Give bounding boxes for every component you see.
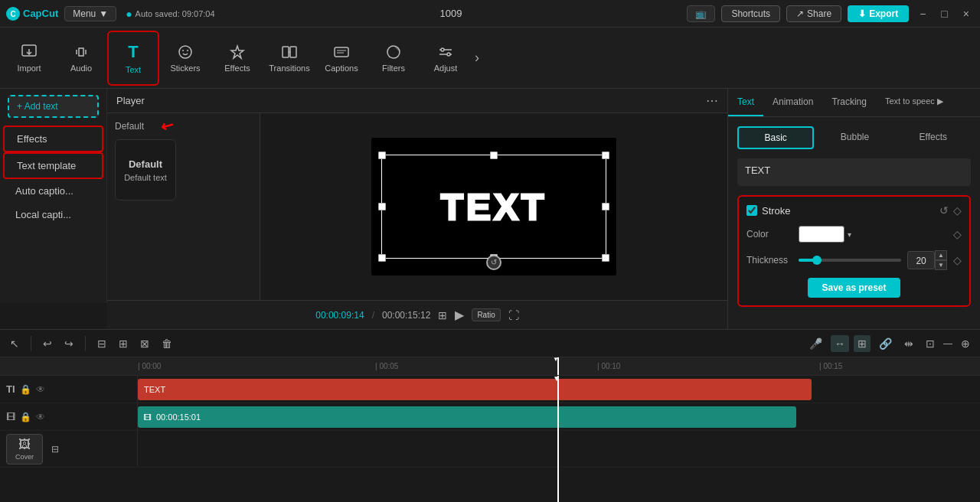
fullscreen-button[interactable]: ⛶ xyxy=(508,309,519,321)
handle-mr[interactable] xyxy=(602,203,609,210)
color-diamond-button[interactable]: ◇ xyxy=(953,228,962,240)
shortcuts-button[interactable]: Shortcuts xyxy=(721,5,780,22)
handle-bl[interactable] xyxy=(378,254,386,262)
handle-tr[interactable] xyxy=(602,152,609,159)
play-button[interactable]: ▶ xyxy=(455,308,464,322)
cover-export-button[interactable]: ⊟ xyxy=(47,442,63,457)
menu-button[interactable]: Menu ▼ xyxy=(64,6,116,21)
player-controls: 00:00:09:14 / 00:00:15:12 ⊞ ▶ Ratio ⛶ xyxy=(107,300,727,329)
tab-tracking[interactable]: Tracking xyxy=(822,89,876,116)
default-text-card[interactable]: Default Default text xyxy=(115,139,176,200)
sidebar-item-text-template[interactable]: Text template xyxy=(3,152,103,179)
tool-audio-label: Audio xyxy=(70,64,92,73)
screen-button[interactable]: 📺 xyxy=(687,5,715,22)
tab-text[interactable]: Text xyxy=(728,89,763,116)
thickness-slider[interactable] xyxy=(799,253,901,268)
tl-right-controls: 🎤 ↔ ⊞ 🔗 ⇹ ⊡ — ⊕ xyxy=(805,335,974,352)
sub-tab-basic[interactable]: Basic xyxy=(737,126,814,149)
cover-button[interactable]: 🖼 Cover xyxy=(6,434,43,465)
tool-adjust[interactable]: Adjust xyxy=(420,31,472,86)
time-separator: / xyxy=(372,310,374,321)
track-text-eye[interactable]: 👁 xyxy=(36,384,45,395)
export-button[interactable]: ⬇ Export xyxy=(848,5,909,22)
add-text-button[interactable]: + Add text xyxy=(8,95,99,118)
trim-left-button[interactable]: ⊞ xyxy=(115,335,132,352)
handle-br[interactable] xyxy=(602,254,609,262)
tab-text-to-speech[interactable]: Text to speec ▶ xyxy=(876,89,952,116)
track-video-lock[interactable]: 🔒 xyxy=(20,412,31,422)
thumbnail-button[interactable]: ⊡ xyxy=(922,335,939,352)
tool-text[interactable]: T Text xyxy=(107,31,159,86)
track-text-lock[interactable]: 🔒 xyxy=(20,384,31,395)
thickness-value: 20 xyxy=(907,251,935,269)
rotate-handle[interactable]: ↺ xyxy=(486,255,501,270)
thickness-decrement[interactable]: ▼ xyxy=(935,260,947,270)
svg-rect-9 xyxy=(290,47,296,57)
sub-tab-effects[interactable]: Effects xyxy=(896,126,971,149)
grid-view-button[interactable]: ⊞ xyxy=(438,309,447,321)
tool-transitions[interactable]: Transitions xyxy=(263,31,315,86)
player-menu-icon[interactable]: ⋯ xyxy=(706,93,718,108)
redo-button[interactable]: ↪ xyxy=(60,335,77,352)
section-default-label: Default xyxy=(115,121,252,132)
thickness-increment[interactable]: ▲ xyxy=(935,250,947,260)
text-content-panel: Default ↙ Default Default text xyxy=(107,113,260,300)
video-clip[interactable]: 🎞 00:00:15:01 xyxy=(138,406,796,428)
undo-button[interactable]: ↩ xyxy=(39,335,56,352)
zoom-in-button[interactable]: ⊕ xyxy=(957,335,974,352)
tool-filters[interactable]: Filters xyxy=(368,31,420,86)
trim-right-button[interactable]: ⊠ xyxy=(136,335,153,352)
tab-animation[interactable]: Animation xyxy=(763,89,822,116)
svg-rect-11 xyxy=(335,47,348,57)
handle-tl[interactable] xyxy=(378,152,386,159)
cover-label: Cover xyxy=(15,453,34,461)
svg-point-5 xyxy=(182,50,184,51)
tool-stickers[interactable]: Stickers xyxy=(159,31,211,86)
sidebar-item-auto-caption[interactable]: Auto captio... xyxy=(3,179,103,203)
total-time: 00:00:15:12 xyxy=(382,310,430,321)
grid-button[interactable]: ⊞ xyxy=(854,335,871,352)
track-video-icon: 🎞 xyxy=(6,412,15,422)
color-dropdown-arrow[interactable]: ▾ xyxy=(848,230,851,239)
right-panel: Text Animation Tracking Text to speec ▶ … xyxy=(727,89,980,329)
close-button[interactable]: × xyxy=(959,8,974,20)
stroke-section: Stroke ↺ ◇ Color ▾ ◇ Thickness xyxy=(737,195,971,307)
sidebar-item-local-caption[interactable]: Local capti... xyxy=(3,203,103,227)
link-button[interactable]: 🔗 xyxy=(875,335,896,352)
text-clip[interactable]: TEXT xyxy=(138,379,812,400)
ruler-mark-3: | 00:15 xyxy=(819,362,842,370)
swap-button[interactable]: ⇹ xyxy=(900,335,917,352)
sub-tab-bubble[interactable]: Bubble xyxy=(817,126,892,149)
maximize-button[interactable]: □ xyxy=(936,8,952,20)
sidebar-item-effects[interactable]: Effects xyxy=(3,126,103,152)
tool-audio[interactable]: Audio xyxy=(55,31,107,86)
autosave-status: ● Auto saved: 09:07:04 xyxy=(126,8,214,20)
split-button[interactable]: ⊟ xyxy=(93,335,110,352)
ratio-button[interactable]: Ratio xyxy=(472,308,500,321)
left-panel: + Add text Effects Text template Auto ca… xyxy=(0,89,107,303)
tool-captions[interactable]: Captions xyxy=(315,31,368,86)
save-preset-button[interactable]: Save as preset xyxy=(808,278,900,298)
text-content-display[interactable]: TEXT xyxy=(737,158,971,186)
delete-button[interactable]: 🗑 xyxy=(158,335,176,352)
thickness-diamond-button[interactable]: ◇ xyxy=(953,254,962,266)
track-video-eye[interactable]: 👁 xyxy=(36,412,45,422)
default-text-label: Default text xyxy=(124,173,167,182)
stroke-checkbox[interactable] xyxy=(746,205,757,216)
stroke-diamond-header-button[interactable]: ◇ xyxy=(953,204,962,217)
mic-button[interactable]: 🎤 xyxy=(805,335,826,352)
stroke-reset-button[interactable]: ↺ xyxy=(939,204,949,217)
minimize-button[interactable]: − xyxy=(915,8,930,20)
track-row-cover: 🖼 Cover ⊟ xyxy=(0,431,980,468)
svg-rect-8 xyxy=(283,47,289,57)
timeline-tracks: TI 🔒 👁 TEXT 🎞 🔒 👁 🎞 00:00:15:01 xyxy=(0,376,980,502)
toolbar-more-icon[interactable]: › xyxy=(472,50,482,66)
tool-import[interactable]: Import xyxy=(3,31,55,86)
share-button[interactable]: ↗ Share xyxy=(786,5,841,22)
handle-tm[interactable] xyxy=(490,152,498,159)
handle-ml[interactable] xyxy=(378,203,386,210)
magnet-button[interactable]: ↔ xyxy=(831,335,849,352)
cursor-tool[interactable]: ↖ xyxy=(6,335,23,352)
tool-effects[interactable]: Effects xyxy=(211,31,263,86)
color-swatch[interactable] xyxy=(799,226,844,243)
